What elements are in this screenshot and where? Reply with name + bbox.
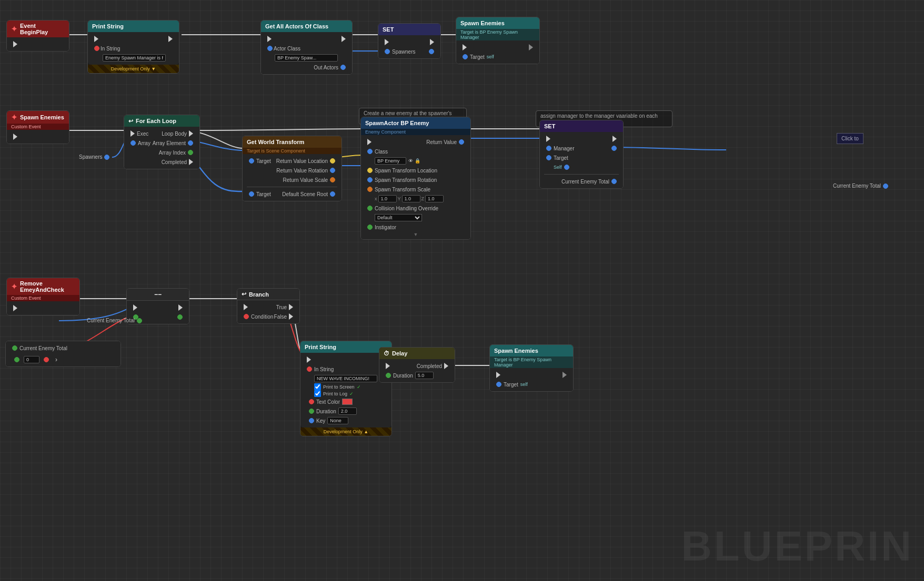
current-enemy-total-far-right: Current Enemy Total — [833, 183, 888, 189]
custom-event-label-2: Custom Event — [7, 295, 79, 301]
remove-enemy-node: ✦ Remove EmeyAndCheck Custom Event — [6, 278, 80, 315]
set-2-node: SET Manager Target Self Current Enemy To… — [539, 120, 624, 189]
for-each-loop-title: For Each Loop — [136, 118, 176, 124]
print-string-1-title: Print String — [92, 23, 124, 29]
spawn-enemies-1-node: Spawn Enemies Target is BP Enemy Spawn M… — [456, 17, 540, 64]
spawn-enemies-2-subtitle: Target is BP Enemy Spawn Manager — [490, 356, 573, 368]
spawn-actor-title: SpawnActor BP Enemy — [365, 120, 429, 126]
transform-subtitle: Target is Scene Component — [243, 148, 342, 154]
print-string-2-node: Print String In String Print to Screen ✓… — [300, 341, 392, 436]
dev-only-2: Development Only ▲ — [300, 427, 391, 436]
custom-event-label-1: Custom Event — [7, 124, 69, 130]
scale-y-input[interactable] — [402, 195, 420, 202]
current-enemy-total-right: Current Enemy Total — [561, 179, 609, 185]
click-to-edit[interactable]: Click to — [837, 133, 863, 144]
print-to-screen-cb[interactable] — [314, 383, 321, 390]
remove-enemy-title: Remove EmeyAndCheck — [20, 280, 75, 293]
class-input[interactable] — [375, 157, 406, 165]
actor-class-input[interactable] — [275, 54, 338, 62]
enemy-total-input[interactable] — [24, 356, 39, 363]
branch-node: ↩ Branch True Condition False — [237, 288, 300, 324]
spawn-enemies-2-node: Spawn Enemies Target is BP Enemy Spawn M… — [489, 344, 574, 392]
print-to-log-cb[interactable] — [314, 390, 321, 397]
print-string-1-node: Print String In String Development Only … — [87, 20, 179, 74]
spawn-enemies-1-subtitle: Target is BP Enemy Spawn Manager — [456, 29, 539, 40]
get-world-transform-title: Get World Transform — [247, 139, 304, 145]
set-1-node: SET Spawners — [378, 23, 441, 59]
print-string-2-input[interactable] — [314, 375, 377, 382]
print-key-input[interactable] — [327, 417, 348, 424]
get-world-transform-node: Get World Transform Target is Scene Comp… — [242, 136, 342, 201]
event-begin-play-title: Event BeginPlay — [20, 23, 65, 35]
branch-title: Branch — [249, 291, 269, 298]
spawn-enemies-1-title: Spawn Enemies — [460, 20, 505, 26]
dev-only-1: Development Only ▼ — [88, 65, 179, 73]
spawn-actor-bp-node: SpawnActor BP Enemy Enemy Component Retu… — [360, 117, 471, 240]
print-duration-input[interactable] — [338, 407, 357, 415]
get-all-actors-title: Get All Actors Of Class — [265, 23, 328, 29]
for-each-loop-node: ↩ For Each Loop Exec Loop Body Array Arr… — [124, 115, 200, 169]
print-string-2-title: Print String — [305, 344, 336, 350]
current-enemy-total-mid: Current Enemy Total — [87, 318, 142, 323]
set-1-title: SET — [383, 26, 394, 33]
blueprint-watermark: BLUEPRIN — [681, 522, 913, 570]
scale-x-input[interactable] — [378, 195, 397, 202]
spawn-actor-subtitle: Enemy Component — [361, 129, 470, 135]
delay-node: ⏱ Delay Completed Duration — [379, 347, 455, 383]
spawners-label: Spawners — [79, 154, 109, 160]
scale-z-input[interactable] — [425, 195, 444, 202]
delay-duration-input[interactable] — [415, 372, 434, 379]
spawn-enemies-event-node: ✦ Spawn Enemies Custom Event — [6, 110, 69, 144]
spawn-enemies-event-title: Spawn Enemies — [20, 114, 64, 120]
get-all-actors-node: Get All Actors Of Class Actor Class Out … — [260, 20, 353, 75]
current-enemy-total-node: Current Enemy Total › — [5, 341, 121, 367]
delay-title: Delay — [392, 350, 407, 356]
set-2-title: SET — [544, 123, 555, 129]
event-begin-play-node: ✦ Event BeginPlay — [6, 20, 69, 52]
spawn-enemies-2-title: Spawn Enemies — [494, 348, 538, 354]
print-string-1-input[interactable] — [103, 54, 166, 62]
collision-dropdown[interactable]: Default — [375, 214, 422, 221]
